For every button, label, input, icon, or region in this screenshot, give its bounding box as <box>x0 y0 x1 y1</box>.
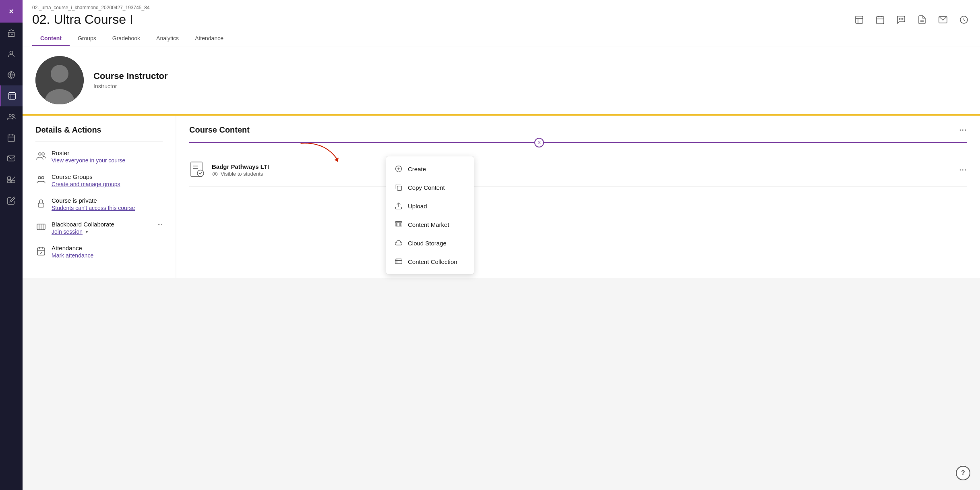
svg-rect-18 <box>877 17 884 24</box>
sidebar-item-institution[interactable] <box>0 23 23 44</box>
header-tabs: Content Groups Gradebook Analytics Atten… <box>32 32 970 46</box>
sidebar-item-globe[interactable] <box>0 64 23 85</box>
content-item-badgr: Badgr Pathways LTI Visible to students ·… <box>189 154 967 187</box>
roster-link[interactable]: View everyone in your course <box>52 157 125 164</box>
avatar <box>35 56 84 104</box>
instructor-name: Course Instructor <box>93 71 168 81</box>
svg-rect-36 <box>38 203 44 207</box>
tab-content[interactable]: Content <box>32 32 70 46</box>
course-private-item: Course is private Students can't access … <box>35 197 163 211</box>
sidebar-item-messages[interactable] <box>0 148 23 169</box>
sidebar-item-edit[interactable] <box>0 190 23 211</box>
collection-icon <box>394 257 403 266</box>
attendance-title: Attendance <box>52 245 93 251</box>
tab-attendance[interactable]: Attendance <box>187 32 232 46</box>
join-dropdown-arrow[interactable]: ▾ <box>86 230 88 234</box>
sidebar: × <box>0 0 23 490</box>
plus-circle-icon <box>394 164 403 173</box>
svg-rect-14 <box>11 181 15 183</box>
header: 02._ultra_course_i_khammond_20200427_193… <box>23 0 980 46</box>
svg-rect-12 <box>8 177 10 180</box>
copy-icon <box>394 183 403 192</box>
body: Course Instructor Instructor Details & A… <box>23 46 980 490</box>
svg-point-6 <box>12 114 14 117</box>
roster-header-icon[interactable] <box>853 13 866 26</box>
profile-banner: Course Instructor Instructor <box>23 46 980 116</box>
course-groups-item: Course Groups Create and manage groups <box>35 173 163 187</box>
details-panel: Details & Actions Roster View everyone i… <box>23 116 176 278</box>
content-market-menu-item[interactable]: Content Market <box>386 215 474 234</box>
context-menu: Create Copy Content Upload <box>386 156 474 274</box>
instructor-role: Instructor <box>93 83 168 89</box>
help-button[interactable]: ? <box>956 466 970 480</box>
sidebar-item-groups[interactable] <box>0 106 23 127</box>
svg-point-30 <box>51 65 68 83</box>
calendar-header-icon[interactable] <box>874 13 887 26</box>
content-market-label: Content Market <box>408 221 449 228</box>
details-title: Details & Actions <box>35 125 163 135</box>
lti-icon <box>189 160 205 180</box>
badgr-title: Badgr Pathways LTI <box>212 163 953 170</box>
content-grid: Details & Actions Roster View everyone i… <box>23 116 980 278</box>
svg-point-22 <box>901 19 901 19</box>
attendance-icon <box>35 245 47 257</box>
svg-point-32 <box>39 153 41 155</box>
course-panel: Course Content ··· ✕ <box>176 116 980 278</box>
content-collection-label: Content Collection <box>408 258 457 265</box>
collaborate-icon <box>35 222 47 233</box>
course-private-title: Course is private <box>52 197 135 204</box>
course-private-link[interactable]: Students can't access this course <box>52 205 135 211</box>
details-divider <box>35 141 163 141</box>
breadcrumb: 02._ultra_course_i_khammond_20200427_193… <box>32 5 970 10</box>
tab-groups[interactable]: Groups <box>70 32 104 46</box>
notes-header-icon[interactable] <box>916 13 928 26</box>
svg-rect-54 <box>395 222 402 226</box>
lock-icon <box>35 198 47 209</box>
chat-header-icon[interactable] <box>895 13 908 26</box>
svg-rect-13 <box>8 181 10 183</box>
create-menu-item[interactable]: Create <box>386 160 474 178</box>
svg-rect-60 <box>395 259 402 264</box>
page-title: 02. Ultra Course I <box>32 12 133 27</box>
svg-rect-2 <box>8 93 15 100</box>
collaborate-join-link[interactable]: Join session <box>52 228 83 235</box>
svg-point-33 <box>42 153 44 155</box>
content-collection-menu-item[interactable]: Content Collection <box>386 252 474 271</box>
svg-rect-15 <box>856 16 863 23</box>
svg-point-35 <box>41 176 44 179</box>
market-icon <box>394 220 403 229</box>
mail-header-icon[interactable] <box>937 13 949 26</box>
svg-rect-41 <box>37 248 45 255</box>
svg-point-5 <box>9 114 12 117</box>
user-group-icon <box>35 150 47 162</box>
sidebar-item-grades[interactable] <box>0 169 23 190</box>
cloud-storage-label: Cloud Storage <box>408 240 447 247</box>
clock-header-icon[interactable] <box>957 13 970 26</box>
svg-point-48 <box>214 173 216 175</box>
add-content-button[interactable]: ✕ <box>534 138 544 147</box>
tab-analytics[interactable]: Analytics <box>148 32 187 46</box>
cloud-storage-menu-item[interactable]: Cloud Storage <box>386 234 474 252</box>
tab-gradebook[interactable]: Gradebook <box>104 32 148 46</box>
svg-rect-7 <box>8 135 15 142</box>
badgr-more-button[interactable]: ··· <box>959 166 967 174</box>
upload-icon <box>394 201 403 210</box>
collaborate-more-button[interactable]: ··· <box>157 221 163 228</box>
course-content-more-button[interactable]: ··· <box>959 127 967 134</box>
copy-content-label: Copy Content <box>408 184 445 191</box>
attendance-link[interactable]: Mark attendance <box>52 252 93 259</box>
svg-point-24 <box>902 19 903 19</box>
upload-menu-item[interactable]: Upload <box>386 197 474 215</box>
sidebar-item-user[interactable] <box>0 44 23 64</box>
purple-divider <box>189 142 967 143</box>
svg-rect-52 <box>397 186 402 191</box>
course-groups-link[interactable]: Create and manage groups <box>52 181 120 187</box>
visible-icon <box>212 171 218 177</box>
sidebar-item-course[interactable] <box>0 85 23 106</box>
course-groups-title: Course Groups <box>52 173 120 180</box>
copy-content-menu-item[interactable]: Copy Content <box>386 178 474 197</box>
close-button[interactable]: × <box>0 0 23 23</box>
upload-label: Upload <box>408 203 427 210</box>
sidebar-item-calendar[interactable] <box>0 127 23 148</box>
header-icons <box>853 13 970 26</box>
